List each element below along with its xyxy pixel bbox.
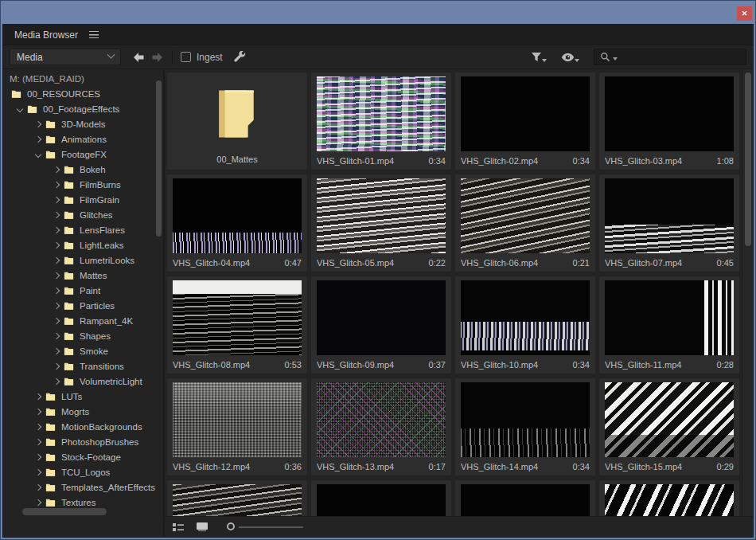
tree-item-lumetrilooks[interactable]: LumetriLooks (3, 252, 163, 268)
tree-expander[interactable] (49, 334, 64, 338)
clip-thumbnail[interactable] (461, 382, 590, 457)
tree-item-transitions[interactable]: Transitions (3, 358, 163, 374)
forward-button[interactable] (151, 52, 164, 63)
back-button[interactable] (132, 52, 145, 63)
filter-button[interactable] (531, 52, 542, 62)
tree-expander[interactable] (31, 122, 45, 127)
clip-thumbnail[interactable] (605, 280, 734, 355)
grid-vscrollbar[interactable] (742, 69, 753, 516)
media-grid-clip[interactable]: VHS_Glitch-01.mp4 0:34 (311, 72, 451, 170)
media-grid-clip[interactable]: VHS_Glitch-13.mp4 0:17 (311, 378, 451, 475)
tree-item-filmburns[interactable]: FilmBurns (3, 177, 163, 192)
tree-expander[interactable] (49, 228, 64, 233)
media-grid-clip[interactable]: VHS_Glitch-10.mp4 0:34 (455, 276, 595, 374)
tree-item-filmgrain[interactable]: FilmGrain (3, 192, 163, 207)
tree-item-photoshopbrushes[interactable]: PhotoshopBrushes (3, 434, 163, 449)
media-grid-clip[interactable]: VHS_Glitch-04.mp4 0:47 (167, 174, 307, 272)
tab-media-browser[interactable]: Media Browser (14, 29, 78, 41)
tree-expander[interactable] (31, 455, 45, 460)
media-grid-clip[interactable]: VHS_Glitch-15.mp4 0:29 (599, 378, 739, 475)
panel-menu-icon[interactable] (89, 31, 99, 38)
clip-thumbnail[interactable] (317, 76, 446, 151)
tree-expander[interactable] (31, 470, 45, 475)
tree-expander[interactable] (49, 364, 64, 369)
clip-thumbnail[interactable] (605, 76, 734, 151)
tree-expander[interactable] (31, 394, 45, 399)
ingest-checkbox[interactable] (181, 52, 191, 62)
sidebar-hscrollbar[interactable] (3, 507, 163, 518)
tree-expander[interactable] (49, 243, 64, 248)
tree-item-bokeh[interactable]: Bokeh (3, 162, 163, 177)
tree-item-footagefx[interactable]: FootageFX (3, 147, 163, 162)
source-dropdown[interactable]: Media (10, 49, 121, 65)
media-grid-clip[interactable]: VHS_Glitch-05.mp4 0:22 (311, 174, 451, 272)
media-grid-clip[interactable]: VHS_Glitch-02.mp4 0:34 (455, 72, 595, 170)
tree-expander[interactable] (31, 485, 45, 490)
tree-item-00_footageeffects[interactable]: 00_FootageEffects (3, 101, 163, 116)
tree-expander[interactable] (31, 137, 45, 142)
media-grid-folder[interactable]: 00_Mattes (167, 72, 307, 170)
tree-item-stock-footage[interactable]: Stock-Footage (3, 449, 163, 464)
tree-item-lightleaks[interactable]: LightLeaks (3, 237, 163, 252)
clip-thumbnail[interactable] (173, 280, 302, 355)
clip-thumbnail[interactable] (173, 484, 302, 516)
media-grid-clip[interactable]: VHS_Glitch-12.mp4 0:36 (167, 378, 307, 475)
tree-item-mattes[interactable]: Mattes (3, 268, 163, 283)
tree-expander[interactable] (49, 258, 64, 263)
clip-thumbnail[interactable] (605, 382, 734, 457)
tree-expander[interactable] (31, 440, 45, 444)
tree-expander[interactable] (49, 182, 64, 187)
grid-vscrollbar-thumb[interactable] (745, 72, 751, 246)
media-grid-clip[interactable]: VHS_Glitch-09.mp4 0:37 (311, 276, 451, 374)
clip-thumbnail[interactable] (317, 178, 446, 253)
tree-expander[interactable] (49, 349, 64, 354)
clip-thumbnail[interactable] (173, 178, 302, 253)
ingest-settings-button[interactable] (234, 51, 247, 64)
tree-item-luts[interactable]: LUTs (3, 389, 163, 404)
media-grid-clip[interactable]: VHS_Glitch-06.mp4 0:21 (455, 174, 595, 272)
tree-item-shapes[interactable]: Shapes (3, 328, 163, 343)
media-grid-clip[interactable] (599, 480, 739, 516)
tree-item-volumetriclight[interactable]: VolumetricLight (3, 374, 163, 389)
tree-item-particles[interactable]: Particles (3, 298, 163, 313)
media-grid-clip[interactable]: VHS_Glitch-03.mp4 1:08 (599, 72, 739, 170)
tree-expander[interactable] (49, 198, 64, 202)
media-grid-clip[interactable]: VHS_Glitch-11.mp4 0:28 (599, 276, 739, 374)
clip-thumbnail[interactable] (605, 178, 734, 253)
clip-thumbnail[interactable] (173, 382, 302, 457)
tree-expander[interactable] (31, 409, 45, 414)
media-grid-clip[interactable] (167, 480, 307, 516)
clip-thumbnail[interactable] (317, 280, 446, 355)
tree-expander[interactable] (31, 425, 45, 429)
tree-expander[interactable] (31, 500, 45, 505)
tree-item-glitches[interactable]: Glitches (3, 207, 163, 222)
thumbnail-zoom-slider[interactable] (227, 522, 303, 532)
tree-item-textures[interactable]: Textures (3, 495, 163, 507)
clip-thumbnail[interactable] (317, 484, 446, 516)
tree-item-tcu_logos[interactable]: TCU_Logos (3, 464, 163, 479)
tree-item-motionbackgrounds[interactable]: MotionBackgrounds (3, 419, 163, 434)
tree-expander[interactable] (49, 379, 64, 384)
tree-expander[interactable] (49, 319, 64, 323)
search-input[interactable] (619, 52, 740, 63)
tree-item-templates_aftereffects[interactable]: Templates_AfterEffects (3, 479, 163, 495)
preview-toggle-button[interactable] (561, 53, 575, 62)
clip-thumbnail[interactable] (461, 484, 590, 516)
clip-thumbnail[interactable] (461, 178, 590, 253)
tree-expander[interactable] (49, 167, 64, 172)
media-grid-clip[interactable]: VHS_Glitch-08.mp4 0:53 (167, 276, 307, 374)
tree-expander[interactable] (49, 213, 64, 217)
list-view-button[interactable] (173, 522, 184, 532)
media-grid-clip[interactable] (311, 480, 451, 516)
sidebar-vscrollbar-thumb[interactable] (156, 80, 162, 237)
tree-item-lensflares[interactable]: LensFlares (3, 222, 163, 237)
media-grid-clip[interactable]: VHS_Glitch-07.mp4 0:45 (599, 174, 739, 272)
tree-expander[interactable] (31, 152, 45, 157)
search-box[interactable] (594, 49, 746, 65)
slider-knob[interactable] (227, 522, 235, 530)
tree-item-00_resources[interactable]: 00_RESOURCES (3, 86, 163, 101)
tree-item-smoke[interactable]: Smoke (3, 343, 163, 358)
window-close-button[interactable]: ✕ (737, 6, 752, 21)
tree-item-drive[interactable]: M: (MEDIA_RAID) (3, 71, 163, 86)
clip-thumbnail[interactable] (461, 76, 590, 151)
